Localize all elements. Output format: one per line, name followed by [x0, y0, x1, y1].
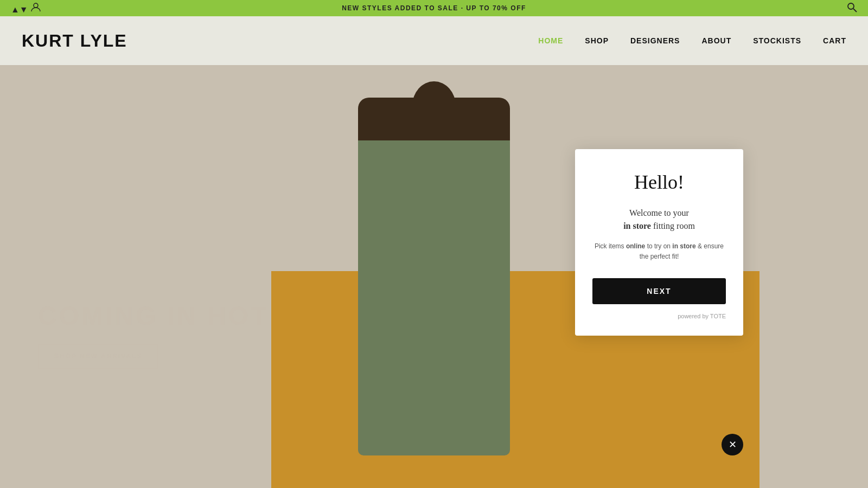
- hero-text-area: COMING IN HOT SHOP NEW ARRIVALS: [38, 301, 269, 369]
- modal-body-instore: in store: [672, 242, 695, 250]
- logo[interactable]: KURT LYLE: [22, 31, 127, 51]
- modal-body-text: Pick items online to try on in store & e…: [592, 241, 726, 262]
- modal-body-online: online: [626, 242, 645, 250]
- close-button[interactable]: ✕: [722, 434, 743, 455]
- modal-subtitle-bold: in store: [623, 221, 651, 230]
- nav-item-home[interactable]: HOME: [538, 36, 563, 45]
- search-icon[interactable]: [846, 2, 857, 15]
- modal-subtitle: Welcome to your in store fitting room: [592, 207, 726, 233]
- modal-subtitle-rest: fitting room: [651, 221, 695, 230]
- hero-section: COMING IN HOT SHOP NEW ARRIVALS Hello! W…: [0, 65, 868, 488]
- modal-subtitle-line1: Welcome to your: [629, 208, 689, 217]
- announcement-text: NEW STYLES ADDED TO SALE · UP TO 70% OFF: [342, 4, 526, 12]
- shop-new-arrivals-button[interactable]: SHOP NEW ARRIVALS: [38, 344, 158, 369]
- svg-point-0: [34, 3, 38, 8]
- modal-title: Hello!: [592, 171, 726, 194]
- model-body: [358, 98, 510, 455]
- fitting-room-modal: Hello! Welcome to your in store fitting …: [575, 149, 743, 336]
- nav-item-cart[interactable]: CART: [823, 36, 846, 45]
- header: KURT LYLE HOME SHOP DESIGNERS ABOUT STOC…: [0, 16, 868, 65]
- modal-body-middle: to try on: [645, 242, 672, 250]
- nav-item-stockists[interactable]: STOCKISTS: [753, 36, 801, 45]
- hero-headline: COMING IN HOT: [38, 301, 269, 331]
- nav-item-shop[interactable]: SHOP: [585, 36, 609, 45]
- modal-body-prefix: Pick items: [595, 242, 626, 250]
- user-icon[interactable]: ▲▼: [11, 2, 41, 15]
- svg-point-1: [848, 3, 854, 9]
- nav-item-designers[interactable]: DESIGNERS: [630, 36, 680, 45]
- svg-line-2: [853, 9, 857, 12]
- modal-powered-by: powered by TOTE: [592, 313, 726, 319]
- nav-item-about[interactable]: ABOUT: [701, 36, 731, 45]
- announcement-bar: ▲▼ NEW STYLES ADDED TO SALE · UP TO 70% …: [0, 0, 868, 16]
- main-nav: HOME SHOP DESIGNERS ABOUT STOCKISTS CART: [538, 36, 846, 45]
- modal-next-button[interactable]: NEXT: [592, 278, 726, 304]
